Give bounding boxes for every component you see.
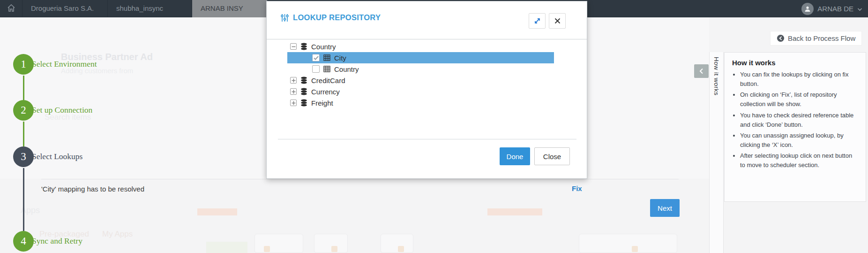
step-2-number: 2 — [21, 104, 26, 116]
collapse-help-panel-button[interactable] — [694, 64, 709, 78]
step-2-label: Set up Connection — [32, 105, 92, 115]
repository-tree: Country City — [287, 41, 554, 108]
checkbox-unchecked-icon[interactable] — [312, 65, 320, 73]
expand-modal-button[interactable] — [529, 13, 546, 29]
ghost-green-card — [206, 242, 247, 253]
tree-node-label[interactable]: Country — [334, 65, 359, 73]
tree-node-label[interactable]: CreditCard — [311, 77, 345, 84]
step-1-label: Select Environment — [32, 59, 97, 69]
home-icon — [7, 3, 16, 15]
step-3-number: 3 — [21, 151, 26, 163]
tree-node-freight[interactable]: Freight — [287, 97, 554, 108]
step-4-number: 4 — [21, 235, 26, 247]
tree-node-label[interactable]: Currency — [311, 88, 340, 96]
section-divider — [41, 179, 679, 179]
mapping-warning-text: 'City' mapping has to be resolved — [41, 185, 144, 193]
fix-link[interactable]: Fix — [572, 184, 582, 192]
lookup-repository-modal: LOOKUP REPOSITORY — [266, 1, 587, 179]
close-button[interactable]: Close — [534, 147, 570, 165]
ghost-card — [314, 234, 348, 253]
lookup-repository-screen: Business Partner Ad Adding customers fro… — [0, 0, 868, 253]
close-modal-button[interactable] — [549, 13, 566, 29]
ghost-card — [579, 234, 677, 253]
expand-icon — [534, 17, 541, 24]
step-1-number: 1 — [21, 58, 26, 70]
back-button-label: Back to Process Flow — [788, 34, 855, 42]
step-3-label: Select Lookups — [32, 152, 82, 161]
collapse-toggle-icon[interactable] — [290, 43, 297, 50]
next-button[interactable]: Next — [650, 199, 680, 217]
how-it-works-vertical-label: How it works — [713, 57, 720, 96]
back-to-process-flow-button[interactable]: Back to Process Flow — [770, 31, 862, 46]
tree-node-country[interactable]: Country — [287, 41, 554, 52]
tree-node-label[interactable]: City — [334, 54, 346, 62]
chevron-left-icon — [699, 68, 703, 74]
database-icon — [300, 43, 307, 50]
ghost-myapps-label: My Apps — [102, 230, 133, 239]
done-button[interactable]: Done — [500, 147, 530, 165]
checkbox-checked-icon[interactable] — [312, 54, 320, 61]
tab-drogueria-saro[interactable]: Drogueria Saro S.A. — [22, 0, 108, 17]
how-it-works-panel: How it works You can fix the lookups by … — [724, 52, 866, 202]
ghost-app-icon — [632, 246, 638, 252]
database-icon — [300, 77, 307, 84]
expand-toggle-icon[interactable] — [290, 100, 297, 106]
ghost-card — [381, 234, 413, 253]
step-1-circle: 1 — [13, 54, 34, 75]
tree-node-currency[interactable]: Currency — [287, 86, 554, 97]
help-bullet: You can unassign assigned lookup, by cli… — [740, 131, 858, 150]
chevron-down-icon — [857, 5, 862, 13]
modal-title-text: LOOKUP REPOSITORY — [293, 13, 381, 22]
ghost-error-field — [197, 208, 237, 215]
close-icon — [554, 18, 561, 24]
how-it-works-vertical-tab[interactable]: How it works — [709, 52, 724, 253]
user-name: ARNAB DE — [817, 5, 853, 13]
user-menu[interactable]: ARNAB DE — [801, 0, 862, 17]
tree-node-country-child[interactable]: Country — [287, 63, 554, 75]
help-bullet: You have to check desired reference tabl… — [740, 111, 858, 130]
modal-header: LOOKUP REPOSITORY — [267, 1, 587, 39]
sliders-icon — [281, 14, 289, 22]
ghost-app-icon — [398, 246, 404, 252]
user-avatar — [801, 3, 814, 15]
step-2-circle: 2 — [13, 100, 34, 121]
step-connector-3-4 — [23, 168, 24, 231]
expand-toggle-icon[interactable] — [290, 88, 297, 95]
tree-node-city-selected[interactable]: City — [287, 52, 554, 63]
back-circle-icon — [777, 34, 785, 42]
step-4-label: Sync and Retry — [32, 236, 82, 246]
database-icon — [300, 99, 307, 107]
help-bullet: On clicking on ‘Fix’, list of repository… — [740, 90, 858, 109]
expand-toggle-icon[interactable] — [290, 77, 297, 84]
table-icon — [323, 54, 330, 61]
tree-node-label[interactable]: Country — [311, 43, 336, 51]
modal-title-row: LOOKUP REPOSITORY — [281, 13, 381, 22]
tree-node-label[interactable]: Freight — [311, 99, 333, 107]
step-3-circle: 3 — [13, 146, 34, 167]
help-bullet: After selecting lookup click on next but… — [740, 151, 858, 170]
ghost-app-icon — [331, 246, 337, 252]
home-button[interactable] — [0, 0, 22, 17]
step-connector-1-2 — [23, 76, 24, 100]
how-it-works-title: How it works — [732, 59, 858, 67]
how-it-works-list: You can fix the lookups by clicking on f… — [732, 70, 858, 170]
tree-node-creditcard[interactable]: CreditCard — [287, 75, 554, 86]
help-bullet: You can fix the lookups by clicking on f… — [740, 70, 858, 89]
tab-shubha-insync[interactable]: shubha_insync — [108, 0, 192, 17]
ghost-card — [254, 234, 303, 253]
table-icon — [323, 66, 330, 72]
ghost-app-icon — [264, 246, 270, 252]
modal-footer-divider — [278, 139, 576, 139]
database-icon — [300, 88, 307, 95]
tab-arnab-insync-active[interactable]: ARNAB INSY — [192, 0, 267, 17]
ghost-error-field — [487, 208, 542, 215]
step-4-circle: 4 — [13, 231, 34, 252]
step-connector-2-3 — [23, 122, 24, 146]
